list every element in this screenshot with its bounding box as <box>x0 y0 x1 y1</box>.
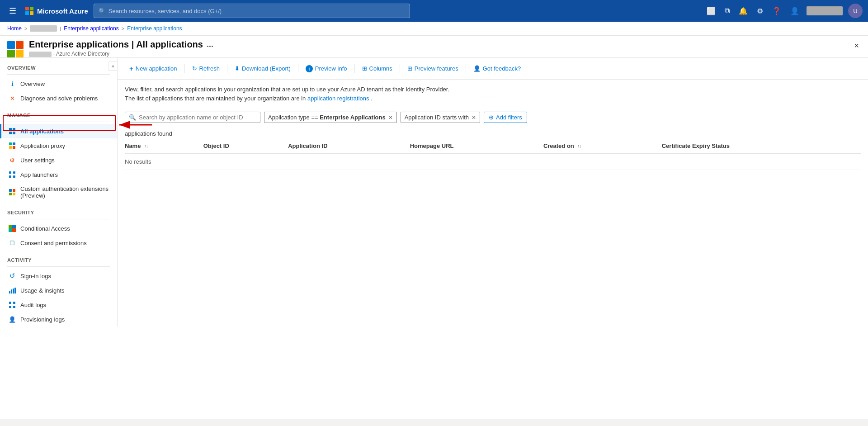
global-search-input[interactable] <box>108 8 405 14</box>
filter-chip-app-id-remove[interactable]: ✕ <box>472 114 476 121</box>
svg-rect-24 <box>9 302 11 304</box>
svg-rect-20 <box>9 291 10 293</box>
sidebar-item-diagnose[interactable]: ✕ Diagnose and solve problems <box>0 91 117 105</box>
breadcrumb-home[interactable]: Home <box>7 25 22 32</box>
audit-logs-icon <box>9 301 16 308</box>
sidebar-item-conditional-access[interactable]: Conditional Access <box>0 221 117 236</box>
feedback-icon[interactable]: 👤 <box>787 4 803 18</box>
sidebar-item-label: Application proxy <box>20 142 65 149</box>
tenant-name-blur <box>29 52 52 57</box>
page-title: Enterprise applications | All applicatio… <box>29 39 213 50</box>
preview-info-button[interactable]: i Preview info <box>301 63 352 75</box>
sidebar-item-app-launchers[interactable]: App launchers <box>0 167 117 182</box>
user-settings-icon: ⚙ <box>9 156 16 164</box>
sort-icon-name[interactable]: ↑↓ <box>144 144 148 148</box>
search-input-container[interactable]: 🔍 <box>125 112 260 123</box>
provisioning-logs-icon: 👤 <box>9 316 16 323</box>
svg-rect-15 <box>13 193 15 195</box>
sidebar-collapse-button[interactable]: « <box>108 62 118 71</box>
sidebar-item-usage-insights[interactable]: Usage & insights <box>0 283 117 298</box>
svg-rect-14 <box>9 193 12 195</box>
logo-icon <box>25 7 33 15</box>
help-icon[interactable]: ❓ <box>769 4 785 18</box>
breadcrumb-enterprise-apps[interactable]: Enterprise applications <box>64 25 118 32</box>
no-results-row: No results <box>125 153 861 170</box>
toolbar-divider-2 <box>227 64 227 73</box>
filter-chip-app-id: Application ID starts with ✕ <box>401 112 480 123</box>
custom-auth-icon <box>9 189 16 196</box>
sidebar-item-audit-logs[interactable]: Audit logs <box>0 298 117 312</box>
sidebar: « Overview ℹ Overview ✕ Diagnose and sol… <box>0 58 118 327</box>
sidebar-item-label: Custom authentication extensions (Previe… <box>20 185 110 199</box>
all-apps-icon <box>9 128 16 135</box>
top-nav-icon-group: ⬜ ⧉ 🔔 ⚙ ❓ 👤 U <box>703 4 863 18</box>
sidebar-section-activity: Activity <box>0 250 117 265</box>
add-filter-icon: ⊕ <box>489 114 494 121</box>
columns-button[interactable]: ⊞ Columns <box>358 63 397 74</box>
sidebar-item-signin-logs[interactable]: ↺ Sign-in logs <box>0 269 117 283</box>
toolbar-divider-4 <box>354 64 355 73</box>
no-results-cell: No results <box>125 153 861 170</box>
col-name: Name ↑↓ <box>125 139 203 153</box>
sidebar-section-overview: Overview <box>0 58 117 72</box>
hamburger-menu[interactable]: ☰ <box>5 4 20 18</box>
app-launchers-icon <box>9 171 16 178</box>
sidebar-item-label: Usage & insights <box>20 287 65 294</box>
page-close-button[interactable]: × <box>852 39 861 52</box>
diagnose-icon: ✕ <box>9 95 16 102</box>
breadcrumb-current[interactable]: Enterprise applications <box>127 25 182 32</box>
svg-rect-21 <box>11 289 12 293</box>
app-registrations-link[interactable]: application registrations <box>307 95 369 102</box>
info-icon: i <box>306 65 313 72</box>
sort-icon-created[interactable]: ↑↓ <box>577 144 581 148</box>
preview-features-button[interactable]: ⊞ Preview features <box>403 63 463 74</box>
search-input[interactable] <box>139 114 256 121</box>
svg-rect-17 <box>12 225 16 228</box>
svg-rect-18 <box>9 228 12 232</box>
sidebar-item-provisioning-logs[interactable]: 👤 Provisioning logs <box>0 312 117 327</box>
signin-logs-icon: ↺ <box>9 272 16 279</box>
filter-chip-app-type-remove[interactable]: ✕ <box>388 114 393 121</box>
description-area: View, filter, and search applications in… <box>118 80 868 108</box>
global-search-bar[interactable]: 🔍 <box>94 4 410 18</box>
user-avatar[interactable]: U <box>848 4 863 18</box>
toolbar-divider-1 <box>184 64 185 73</box>
sidebar-item-application-proxy[interactable]: Application proxy <box>0 138 117 153</box>
sidebar-item-user-settings[interactable]: ⚙ User settings <box>0 153 117 167</box>
download-button[interactable]: ⬇ Download (Export) <box>230 63 295 74</box>
app-proxy-icon <box>9 142 16 149</box>
tenant-badge <box>807 6 843 15</box>
svg-rect-16 <box>9 225 12 228</box>
settings-icon[interactable]: ⚙ <box>753 4 767 18</box>
sidebar-divider-security <box>7 219 110 219</box>
sidebar-item-label: Provisioning logs <box>20 316 65 323</box>
page-subtitle: - Azure Active Directory <box>29 51 213 57</box>
plus-icon: + <box>129 65 133 72</box>
page-options-button[interactable]: ... <box>207 40 213 49</box>
svg-rect-13 <box>13 189 15 192</box>
svg-rect-8 <box>9 171 11 174</box>
sidebar-item-custom-auth[interactable]: Custom authentication extensions (Previe… <box>0 182 117 203</box>
sidebar-wrapper: « Overview ℹ Overview ✕ Diagnose and sol… <box>0 58 118 419</box>
sidebar-divider-overview <box>7 74 110 75</box>
conditional-access-icon <box>9 225 16 232</box>
notifications-icon[interactable]: 🔔 <box>735 4 751 18</box>
sidebar-item-overview[interactable]: ℹ Overview <box>0 76 117 91</box>
search-input-icon: 🔍 <box>129 114 136 121</box>
feedback-button[interactable]: 👤 Got feedback? <box>469 63 526 74</box>
page-header-left: Enterprise applications | All applicatio… <box>7 39 213 57</box>
refresh-button[interactable]: ↻ Refresh <box>188 63 225 74</box>
sidebar-item-consent[interactable]: ☐ Consent and permissions <box>0 236 117 250</box>
app-logo: Microsoft Azure <box>25 7 88 15</box>
columns-icon: ⊞ <box>362 65 367 72</box>
results-count: applications found <box>125 127 861 139</box>
toolbar-divider-5 <box>400 64 400 73</box>
new-application-button[interactable]: + New application <box>125 62 182 75</box>
cloud-shell-icon[interactable]: ⬜ <box>703 4 719 18</box>
svg-rect-4 <box>9 142 12 145</box>
sidebar-item-label: Sign-in logs <box>20 273 51 279</box>
portal-settings-icon[interactable]: ⧉ <box>721 4 733 18</box>
svg-rect-23 <box>14 288 16 293</box>
add-filters-button[interactable]: ⊕ Add filters <box>484 112 527 123</box>
sidebar-item-all-applications[interactable]: All applications <box>0 124 117 138</box>
